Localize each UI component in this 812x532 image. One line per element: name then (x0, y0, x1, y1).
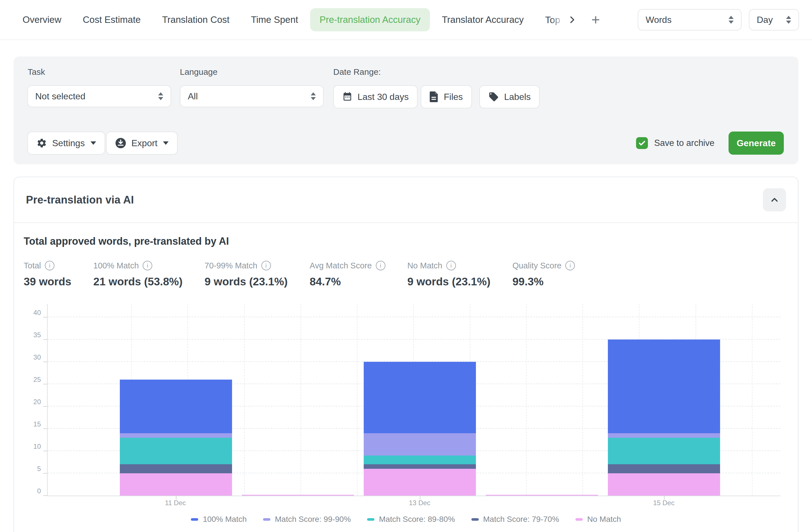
period-select[interactable]: Day (749, 9, 799, 30)
chevron-up-icon (769, 195, 780, 205)
bar-segment-match-score-89-80[interactable] (608, 438, 720, 464)
bar-segment-100-match[interactable] (120, 380, 232, 433)
tab-time-spent[interactable]: Time Spent (241, 8, 308, 31)
export-button[interactable]: Export (106, 131, 178, 155)
tab-overview[interactable]: Overview (13, 8, 71, 31)
legend-item-match-score-79-70[interactable]: Match Score: 79-70% (472, 515, 559, 524)
bar-segment-match-score-99-90[interactable] (364, 433, 476, 456)
add-report-tab-button[interactable]: + (592, 12, 600, 27)
generate-button[interactable]: Generate (728, 131, 784, 155)
date-range-button[interactable]: Last 30 days (333, 85, 418, 108)
tabs-scroll-right-icon[interactable] (567, 15, 577, 25)
info-icon[interactable]: i (446, 261, 456, 270)
bar-14-dec[interactable] (486, 495, 598, 495)
info-icon[interactable]: i (261, 261, 271, 270)
stat-value: 9 words (23.1%) (407, 276, 491, 288)
bar-segment-match-score-79-70[interactable] (608, 464, 720, 473)
bar-segment-100-match[interactable] (608, 339, 720, 433)
collapse-card-button[interactable] (763, 188, 786, 211)
legend-label: Match Score: 79-70% (483, 515, 559, 524)
bar-11-dec[interactable] (120, 380, 232, 495)
section-heading: Total approved words, pre-translated by … (24, 235, 798, 247)
bar-12-dec[interactable] (242, 495, 354, 495)
x-axis-label-13-dec: 13 Dec (409, 499, 430, 507)
bar-segment-match-score-79-70[interactable] (364, 464, 476, 469)
language-select[interactable]: All (180, 85, 324, 107)
checkmark-icon (638, 139, 646, 147)
tab-pre-translation-accuracy[interactable]: Pre-translation Accuracy (310, 8, 430, 31)
report-tabs-bar: OverviewCost EstimateTranslation CostTim… (0, 0, 812, 40)
nav-right-controls: Words Day (638, 9, 799, 30)
y-tick (43, 451, 47, 451)
legend-label: 100% Match (203, 515, 247, 524)
bar-segment-no-match[interactable] (364, 469, 476, 495)
bar-segment-match-score-99-90[interactable] (608, 433, 720, 438)
settings-button-label: Settings (52, 138, 85, 149)
stat-value: 84.7% (309, 276, 385, 288)
info-icon[interactable]: i (45, 261, 54, 270)
stat-label: Totali (24, 261, 71, 270)
stat-label-text: 100% Match (93, 261, 139, 270)
settings-button[interactable]: Settings (27, 131, 105, 155)
stat-value: 99.3% (512, 276, 575, 288)
legend-item-no-match[interactable]: No Match (576, 515, 621, 524)
grid-line-y-40 (48, 317, 780, 317)
info-icon[interactable]: i (143, 261, 152, 270)
labels-button-label: Labels (504, 92, 531, 102)
tab-top[interactable]: Top (536, 8, 564, 32)
grid-line-x (752, 304, 753, 495)
bar-segment-match-score-89-80[interactable] (364, 456, 476, 464)
info-icon[interactable]: i (376, 261, 386, 270)
grid-line-x (301, 304, 301, 495)
card-header: Pre-translation via AI (14, 177, 798, 223)
tab-cost-estimate[interactable]: Cost Estimate (73, 8, 150, 31)
files-filter-button[interactable]: Files (421, 85, 472, 108)
select-arrows-icon (786, 16, 791, 24)
labels-filter-button[interactable]: Labels (479, 85, 540, 108)
bar-segment-no-match[interactable] (486, 495, 598, 495)
tab-translation-cost[interactable]: Translation Cost (153, 8, 239, 31)
stat-value: 21 words (53.8%) (93, 276, 183, 288)
legend-swatch (263, 518, 271, 521)
save-to-archive-label[interactable]: Save to archive (654, 138, 714, 148)
panel-actions-row: Settings Export Save to archive Generate (14, 131, 798, 155)
stats-row: Totali39 words100% Matchi21 words (53.8%… (24, 261, 798, 288)
bar-13-dec[interactable] (364, 362, 476, 495)
bar-segment-match-score-99-90[interactable] (120, 433, 232, 438)
bar-segment-no-match[interactable] (120, 473, 232, 495)
stat-100-match: 100% Matchi21 words (53.8%) (93, 261, 183, 288)
y-tick (43, 362, 47, 362)
stat-label-text: Total (24, 261, 41, 270)
legend-swatch (472, 518, 479, 521)
y-tick-label: 10 (17, 443, 41, 450)
save-to-archive-checkbox[interactable] (636, 137, 648, 149)
bar-segment-match-score-79-70[interactable] (120, 464, 232, 473)
task-select[interactable]: Not selected (27, 85, 171, 107)
bar-segment-no-match[interactable] (608, 473, 720, 495)
tab-translator-accuracy[interactable]: Translator Accuracy (432, 8, 533, 31)
legend-swatch (191, 518, 198, 521)
bar-segment-100-match[interactable] (364, 362, 476, 433)
legend-item-match-score-89-80[interactable]: Match Score: 89-80% (367, 515, 455, 524)
x-axis-label-11-dec: 11 Dec (165, 499, 186, 507)
bar-segment-no-match[interactable] (242, 495, 354, 495)
stat-quality-score: Quality Scorei99.3% (512, 261, 575, 288)
stat-label-text: 70-99% Match (205, 261, 257, 270)
legend-item-100-match[interactable]: 100% Match (191, 515, 247, 524)
legend-label: Match Score: 99-90% (275, 515, 351, 524)
task-select-value: Not selected (35, 91, 85, 102)
unit-select[interactable]: Words (638, 9, 741, 30)
y-tick (43, 406, 47, 407)
stat-no-match: No Matchi9 words (23.1%) (407, 261, 491, 288)
tab-label: Pre-translation Accuracy (320, 14, 421, 25)
stat-label: Avg Match Scorei (309, 261, 385, 270)
y-tick (43, 429, 47, 429)
info-icon[interactable]: i (565, 261, 575, 270)
grid-line-x (582, 304, 583, 495)
unit-select-value: Words (646, 15, 671, 25)
tab-fade-overlay (551, 8, 564, 32)
y-tick-label: 20 (17, 398, 41, 406)
legend-item-match-score-99-90[interactable]: Match Score: 99-90% (263, 515, 351, 524)
bar-15-dec[interactable] (608, 339, 720, 495)
bar-segment-match-score-89-80[interactable] (120, 438, 232, 464)
